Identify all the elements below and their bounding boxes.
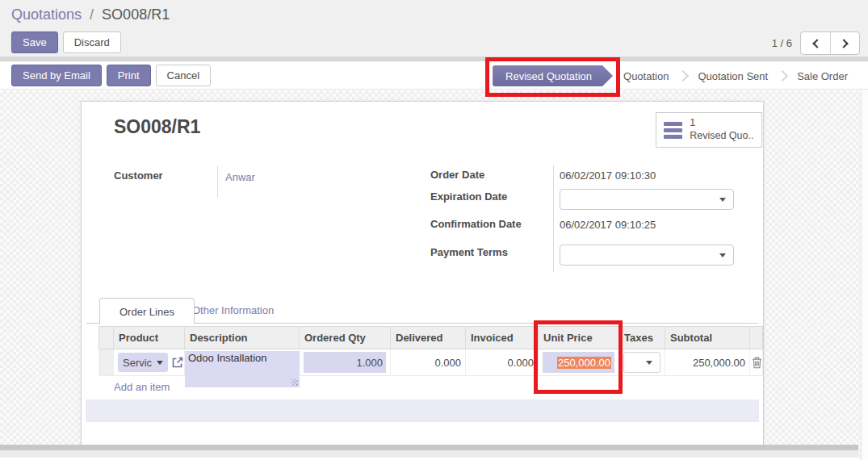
stat-button-label: Revised Quo... xyxy=(690,130,754,141)
vertical-scrollbar-track[interactable] xyxy=(861,90,868,460)
order-lines-header-row: Product Description Ordered Qty Delivere… xyxy=(99,326,763,349)
dropdown-caret-icon xyxy=(719,198,726,202)
expiration-date-field[interactable] xyxy=(560,189,734,210)
form-content-area: SO008/R1 1 Revised Quo... Customer Anwar… xyxy=(0,90,868,460)
column-header-delivered: Delivered xyxy=(391,327,466,349)
taxes-select[interactable] xyxy=(623,352,660,373)
tab-other-information[interactable]: Other Information xyxy=(192,304,274,316)
state-sale-order[interactable]: Sale Order xyxy=(786,70,858,82)
chevron-left-icon xyxy=(812,39,821,48)
product-select[interactable]: Servic xyxy=(118,353,168,372)
unit-price-input[interactable]: 250,000.00 xyxy=(543,352,614,373)
breadcrumb-current-record: SO008/R1 xyxy=(102,6,170,23)
order-line-row: Servic Odoo Installation 1.000 xyxy=(99,349,763,376)
record-pager: 1 / 6 xyxy=(772,31,860,55)
discard-button[interactable]: Discard xyxy=(63,31,121,53)
state-quotation-sent[interactable]: Quotation Sent xyxy=(687,70,778,82)
top-header: Quotations / SO008/R1 Save Discard 1 / 6 xyxy=(0,0,868,56)
empty-placeholder-row[interactable] xyxy=(86,399,759,422)
form-sheet: SO008/R1 1 Revised Quo... Customer Anwar… xyxy=(81,101,764,445)
product-select-value: Servic xyxy=(123,357,152,369)
confirmation-date-value: 06/02/2017 09:10:25 xyxy=(560,219,656,231)
confirmation-date-label: Confirmation Date xyxy=(430,218,522,230)
delivered-cell: 0.000 xyxy=(391,349,466,375)
pager-counter: 1 / 6 xyxy=(772,37,792,49)
dropdown-caret-icon xyxy=(719,253,726,257)
notebook-tabbar: Order Lines Other Information xyxy=(86,298,758,324)
delete-line-cell xyxy=(750,349,764,375)
pager-buttons xyxy=(800,31,860,55)
product-cell: Servic xyxy=(114,349,185,375)
revised-quotations-stat-button[interactable]: 1 Revised Quo... xyxy=(656,112,762,148)
payment-terms-field[interactable] xyxy=(560,245,734,266)
column-header-handle xyxy=(99,327,114,349)
order-lines-table: Product Description Ordered Qty Delivere… xyxy=(99,326,763,398)
pager-next-button[interactable] xyxy=(830,32,859,54)
stat-button-text: 1 Revised Quo... xyxy=(690,117,754,142)
column-header-ordered-qty: Ordered Qty xyxy=(300,327,391,349)
column-header-taxes: Taxes xyxy=(619,327,665,349)
save-button[interactable]: Save xyxy=(11,31,58,53)
column-header-actions xyxy=(750,327,764,349)
unit-price-selected-text: 250,000.00 xyxy=(557,357,611,369)
record-title: SO008/R1 xyxy=(114,116,200,138)
breadcrumb-quotations-link[interactable]: Quotations xyxy=(11,6,82,23)
external-link-icon[interactable] xyxy=(171,356,184,369)
payment-terms-label: Payment Terms xyxy=(430,246,508,258)
state-revised-quotation[interactable]: Revised Quotation xyxy=(493,65,613,86)
row-handle[interactable] xyxy=(99,349,114,375)
column-header-subtotal: Subtotal xyxy=(665,327,750,349)
stat-button-count: 1 xyxy=(690,117,695,128)
column-header-product: Product xyxy=(114,327,185,349)
state-revised-quotation-wrap: Revised Quotation xyxy=(493,65,613,86)
breadcrumb: Quotations / SO008/R1 xyxy=(11,6,170,23)
status-pipeline: Revised Quotation Quotation Quotation Se… xyxy=(493,65,858,86)
order-date-value: 06/02/2017 09:10:30 xyxy=(560,169,656,182)
horizontal-scrollbar-thumb[interactable] xyxy=(0,445,858,450)
dropdown-caret-icon xyxy=(157,361,163,365)
invoiced-cell: 0.000 xyxy=(466,349,539,375)
field-separator xyxy=(217,165,218,198)
subtotal-cell: 250,000.00 xyxy=(665,349,750,375)
chevron-right-icon xyxy=(839,39,848,48)
column-header-unit-price: Unit Price xyxy=(539,327,619,349)
ordered-qty-input[interactable]: 1.000 xyxy=(304,352,386,373)
order-date-label: Order Date xyxy=(430,169,484,181)
tab-order-lines[interactable]: Order Lines xyxy=(99,298,195,324)
header-actions: Save Discard xyxy=(11,31,121,53)
print-button[interactable]: Print xyxy=(107,65,151,86)
pager-previous-button[interactable] xyxy=(801,32,830,54)
hamburger-icon xyxy=(664,122,682,139)
trash-icon[interactable] xyxy=(752,357,762,369)
unit-price-cell: 250,000.00 xyxy=(539,349,619,375)
column-header-description: Description xyxy=(185,327,300,349)
expiration-date-label: Expiration Date xyxy=(430,190,507,203)
dropdown-caret-icon xyxy=(646,361,652,365)
customer-value-link[interactable]: Anwar xyxy=(225,171,255,183)
statusbar: Send by Email Print Cancel Revised Quota… xyxy=(0,61,868,90)
send-by-email-button[interactable]: Send by Email xyxy=(11,65,102,86)
field-separator xyxy=(553,165,554,272)
customer-label: Customer xyxy=(114,169,163,182)
taxes-cell xyxy=(619,349,665,375)
state-quotation[interactable]: Quotation xyxy=(613,70,679,82)
column-header-invoiced: Invoiced xyxy=(466,327,539,349)
breadcrumb-divider: / xyxy=(90,6,94,23)
ordered-qty-cell: 1.000 xyxy=(300,349,391,375)
odoo-quotation-form: Quotations / SO008/R1 Save Discard 1 / 6… xyxy=(0,0,868,460)
horizontal-scrollbar-track[interactable] xyxy=(0,445,858,458)
add-an-item-link[interactable]: Add an item xyxy=(114,381,170,393)
cancel-button[interactable]: Cancel xyxy=(156,65,211,86)
description-cell: Odoo Installation xyxy=(185,349,300,375)
description-textarea[interactable]: Odoo Installation xyxy=(185,351,300,387)
statusbar-actions: Send by Email Print Cancel xyxy=(11,65,211,86)
